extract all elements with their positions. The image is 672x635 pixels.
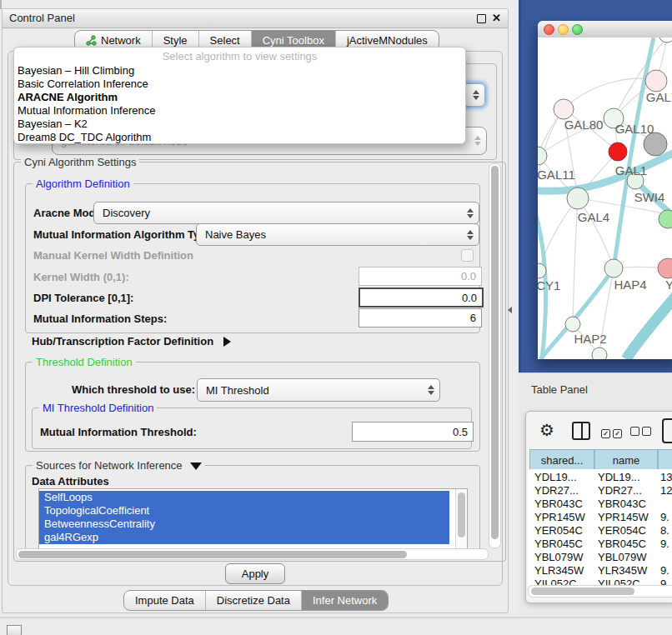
node-label: GAL7: [646, 90, 672, 104]
stepper-arrows-icon: [474, 136, 481, 146]
list-item[interactable]: SelfLoops: [39, 491, 449, 504]
bottom-tabbar: Impute Data Discretize Data Infer Networ…: [123, 590, 389, 611]
splitpane-collapse-handle[interactable]: [508, 307, 512, 313]
manual-kernel-checkbox[interactable]: [461, 249, 474, 262]
manual-kernel-label: Manual Kernel Width Definition: [33, 249, 193, 262]
data-attributes-list[interactable]: SelfLoops TopologicalCoefficient Between…: [38, 488, 468, 550]
list-item[interactable]: BetweennessCentrality: [39, 518, 449, 531]
float-window-icon[interactable]: [477, 14, 486, 23]
mi-type-label: Mutual Information Algorithm Type:: [33, 228, 216, 241]
settings-group-title: Cyni Algorithm Settings: [21, 156, 139, 168]
control-panel-window: Control Panel ✕ Network Style Select Cyn…: [2, 8, 509, 613]
node-label: SWI4: [634, 190, 665, 204]
network-icon: [86, 35, 97, 46]
scrollbar-thumb[interactable]: [18, 551, 407, 558]
node-gray[interactable]: [644, 132, 667, 156]
close-traffic-light-icon[interactable]: [544, 24, 554, 35]
minimize-traffic-light-icon[interactable]: [558, 24, 569, 35]
network-graph: GAL7 GAL80 GAL10 GAL1 GAL11 SWI4 GAL4 GC…: [538, 38, 672, 359]
deselect-all-checkboxes-icon[interactable]: [630, 426, 654, 438]
dpi-tolerance-label: DPI Tolerance [0,1]:: [33, 292, 133, 304]
column-header-extra[interactable]: [658, 449, 672, 471]
dropdown-item[interactable]: Basic Correlation Inference: [18, 78, 148, 91]
node-label: Y: [665, 278, 672, 292]
mi-threshold-field[interactable]: 0.5: [352, 422, 474, 442]
list-item[interactable]: TopologicalCoefficient: [39, 504, 449, 518]
scrollbar-thumb[interactable]: [458, 492, 465, 538]
bottom-strip: [0, 617, 672, 635]
sources-group-title: Sources for Network Inference: [33, 459, 205, 472]
node-gal1[interactable]: [609, 142, 627, 161]
dropdown-placeholder: Select algorithm to view settings: [14, 50, 465, 62]
which-threshold-label: Which threshold to use:: [72, 383, 195, 396]
network-window-titlebar[interactable]: [538, 21, 672, 38]
node-label: GAL80: [564, 118, 604, 132]
kernel-width-label: Kernel Width (0,1):: [33, 271, 129, 283]
node-label: HAP4: [614, 278, 646, 292]
tab-discretize-data[interactable]: Discretize Data: [206, 591, 302, 610]
zoom-traffic-light-icon[interactable]: [572, 24, 583, 35]
node-gal7[interactable]: [645, 70, 667, 92]
dropdown-item-selected[interactable]: ARACNE Algorithm: [18, 91, 118, 104]
node-hap2[interactable]: [565, 317, 580, 332]
hub-definition-expander[interactable]: Hub/Transcription Factor Definition: [32, 335, 231, 348]
app-root: Control Panel ✕ Network Style Select Cyn…: [0, 0, 672, 635]
dropdown-item[interactable]: Bayesian – Hill Climbing: [18, 64, 134, 78]
node-gal11[interactable]: [538, 147, 547, 165]
dropdown-item[interactable]: Dream8 DC_TDC Algorithm: [18, 131, 151, 144]
which-threshold-combobox[interactable]: MI Threshold: [197, 378, 440, 402]
node-label: HAP2: [574, 332, 606, 346]
node-gal80[interactable]: [554, 99, 574, 119]
column-header-name[interactable]: name: [594, 449, 658, 471]
control-panel-titlebar[interactable]: Control Panel ✕: [3, 9, 508, 28]
stepper-arrows-icon: [467, 230, 474, 240]
expand-right-icon: [223, 337, 231, 347]
aracne-mode-combobox[interactable]: Discovery: [93, 202, 479, 224]
scrollbar-thumb[interactable]: [491, 166, 499, 539]
algorithm-dropdown-popup: Select algorithm to view settings Bayesi…: [13, 47, 466, 144]
dropdown-item[interactable]: Bayesian – K2: [18, 118, 88, 131]
list-vertical-scrollbar[interactable]: [455, 489, 467, 549]
settings-horizontal-scrollbar[interactable]: [16, 548, 489, 560]
new-table-icon[interactable]: [662, 418, 672, 443]
algorithm-definition-title: Algorithm Definition: [33, 178, 133, 190]
network-view-window[interactable]: GAL7 GAL80 GAL10 GAL1 GAL11 SWI4 GAL4 GC…: [538, 21, 672, 359]
apply-button[interactable]: Apply: [225, 563, 285, 584]
node-salmon[interactable]: [658, 258, 672, 278]
table-panel-title: Table Panel: [531, 383, 588, 396]
gear-icon[interactable]: ⚙: [539, 420, 554, 440]
node-label: GAL10: [615, 122, 654, 136]
mi-type-combobox[interactable]: Naive Bayes: [196, 223, 479, 246]
expand-down-icon: [190, 462, 202, 470]
mi-type-value: Naive Bayes: [205, 224, 266, 245]
node[interactable]: [592, 348, 607, 359]
control-panel-title: Control Panel: [9, 9, 75, 28]
network-canvas[interactable]: GAL7 GAL80 GAL10 GAL1 GAL11 SWI4 GAL4 GC…: [538, 38, 672, 359]
scrollbar-thumb[interactable]: [531, 588, 634, 595]
dropdown-item[interactable]: Mutual Information Inference: [18, 104, 155, 118]
mi-threshold-label: Mutual Information Threshold:: [40, 426, 197, 438]
node-gal4[interactable]: [567, 188, 589, 209]
node[interactable]: [659, 38, 672, 42]
threshold-definition-title: Threshold Definition: [33, 356, 136, 368]
data-attributes-label: Data Attributes: [32, 475, 109, 488]
split-columns-icon[interactable]: [572, 422, 590, 440]
dpi-tolerance-field[interactable]: 0.0: [359, 288, 484, 308]
list-item[interactable]: gal4RGexp: [39, 531, 449, 544]
table-horizontal-scrollbar[interactable]: [528, 585, 672, 598]
stepper-arrows-icon: [473, 90, 479, 100]
close-icon[interactable]: ✕: [492, 12, 501, 24]
collapsed-panel-button[interactable]: [7, 625, 22, 635]
stepper-arrows-icon: [467, 208, 474, 218]
mi-steps-field[interactable]: 6: [359, 308, 482, 328]
column-header-shared[interactable]: shared...: [529, 449, 594, 471]
settings-vertical-scrollbar[interactable]: [489, 163, 501, 548]
tab-infer-network[interactable]: Infer Network: [302, 591, 388, 610]
node-hap4[interactable]: [604, 259, 623, 278]
select-all-checkboxes-icon[interactable]: ✓✓: [601, 426, 624, 438]
kernel-width-field[interactable]: 0.0: [359, 267, 482, 286]
node-label: GAL1: [615, 163, 647, 178]
tab-impute-data[interactable]: Impute Data: [124, 591, 206, 610]
node-label: GAL4: [578, 210, 609, 224]
table-window: ⚙ ✓✓ shared... name YDL19... YDL19... 13…: [525, 411, 672, 603]
